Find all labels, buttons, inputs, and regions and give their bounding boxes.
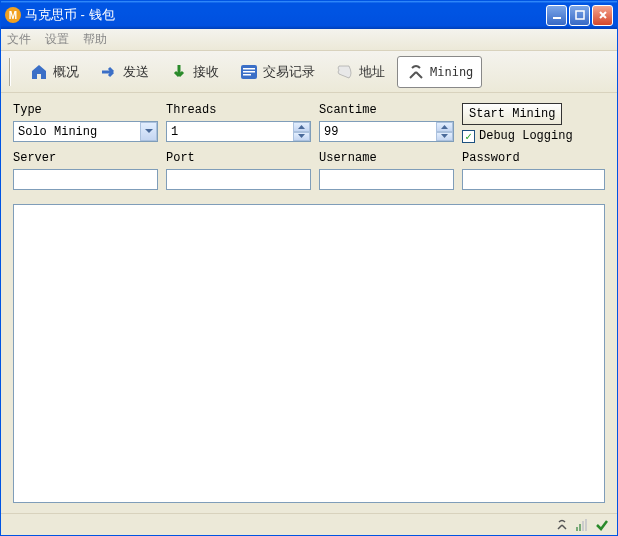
toolbar-divider [9,58,11,86]
chevron-up-icon[interactable] [436,122,453,132]
tab-overview[interactable]: 概况 [21,56,87,88]
debug-logging-checkbox[interactable]: ✓ Debug Logging [462,129,605,143]
check-icon: ✓ [465,130,472,143]
chevron-down-icon[interactable] [140,122,157,141]
maximize-button[interactable] [569,5,590,26]
menu-file[interactable]: 文件 [7,31,31,48]
checkbox-box[interactable]: ✓ [462,130,475,143]
network-status-icon [575,518,589,532]
scantime-spinner[interactable] [319,121,454,142]
password-input[interactable] [462,169,605,190]
scantime-label: Scantime [319,103,454,117]
svg-rect-4 [243,71,255,73]
server-label: Server [13,151,158,165]
svg-rect-6 [576,527,578,531]
close-button[interactable] [592,5,613,26]
toolbar: 概况 发送 接收 交易记录 地址 [1,51,617,93]
mining-icon [406,62,426,82]
server-input[interactable] [13,169,158,190]
svg-rect-1 [576,11,584,19]
svg-rect-3 [243,68,255,70]
chevron-down-icon[interactable] [293,132,310,142]
tab-receive[interactable]: 接收 [161,56,227,88]
menu-help[interactable]: 帮助 [83,31,107,48]
window-controls [546,5,613,26]
minimize-button[interactable] [546,5,567,26]
tab-mining[interactable]: Mining [397,56,482,88]
home-icon [29,62,49,82]
threads-label: Threads [166,103,311,117]
threads-spinner[interactable] [166,121,311,142]
username-label: Username [319,151,454,165]
addressbook-icon [335,62,355,82]
type-value[interactable] [13,121,158,142]
type-select[interactable] [13,121,158,142]
password-label: Password [462,151,605,165]
debug-logging-label: Debug Logging [479,129,573,143]
transactions-icon [239,62,259,82]
start-mining-button[interactable]: Start Mining [462,103,562,125]
menu-settings[interactable]: 设置 [45,31,69,48]
chevron-down-icon[interactable] [436,132,453,142]
svg-rect-7 [579,524,581,531]
username-input[interactable] [319,169,454,190]
menubar: 文件 设置 帮助 [1,29,617,51]
svg-rect-5 [243,74,251,76]
statusbar [1,513,617,535]
scantime-value[interactable] [319,121,454,142]
port-input[interactable] [166,169,311,190]
chevron-up-icon[interactable] [293,122,310,132]
svg-rect-9 [585,519,587,531]
mining-status-icon [555,518,569,532]
sync-status-icon [595,518,609,532]
tab-addressbook[interactable]: 地址 [327,56,393,88]
mining-output[interactable] [13,204,605,503]
window-title: 马克思币 - 钱包 [25,6,546,24]
mining-panel: Type Threads Sc [1,93,617,513]
app-icon: M [5,7,21,23]
titlebar[interactable]: M 马克思币 - 钱包 [1,1,617,29]
svg-rect-0 [553,17,561,19]
threads-value[interactable] [166,121,311,142]
tab-transactions[interactable]: 交易记录 [231,56,323,88]
send-icon [99,62,119,82]
tab-send[interactable]: 发送 [91,56,157,88]
type-label: Type [13,103,158,117]
receive-icon [169,62,189,82]
port-label: Port [166,151,311,165]
main-window: M 马克思币 - 钱包 文件 设置 帮助 概况 [0,0,618,536]
svg-rect-8 [582,521,584,531]
